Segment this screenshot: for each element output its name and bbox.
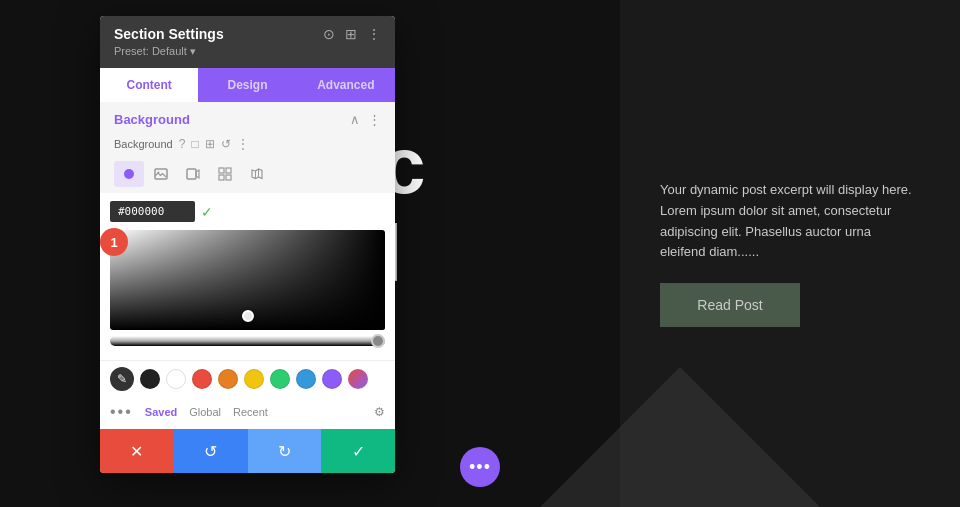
layout-icon[interactable]: ⊞ xyxy=(345,26,357,42)
bg-type-row xyxy=(100,157,395,193)
panel-body: Background ∧ ⋮ Background ? □ ⊞ ↺ ⋮ xyxy=(100,102,395,429)
swatch-blue[interactable] xyxy=(296,369,316,389)
swatch-black[interactable] xyxy=(140,369,160,389)
bg-type-pattern[interactable] xyxy=(210,161,240,187)
bg-section-controls: ∧ ⋮ xyxy=(350,112,381,127)
hex-input[interactable] xyxy=(110,201,195,222)
swatch-purple[interactable] xyxy=(322,369,342,389)
panel-tabs: Content Design Advanced xyxy=(100,68,395,102)
bg-type-image[interactable] xyxy=(146,161,176,187)
bg-type-color[interactable] xyxy=(114,161,144,187)
swatch-yellow[interactable] xyxy=(244,369,264,389)
tab-design[interactable]: Design xyxy=(198,68,296,102)
svg-rect-3 xyxy=(187,169,196,179)
swatch-white[interactable] xyxy=(166,369,186,389)
swatch-pencil-button[interactable]: ✎ xyxy=(110,367,134,391)
hex-row: ✓ xyxy=(110,201,385,222)
help-icon[interactable]: ? xyxy=(179,137,186,151)
cancel-button[interactable]: ✕ xyxy=(100,429,174,473)
hue-slider-container xyxy=(110,336,385,346)
swatch-green[interactable] xyxy=(270,369,290,389)
save-button[interactable]: ✓ xyxy=(321,429,395,473)
swatch-gradient[interactable] xyxy=(348,369,368,389)
number-badge-1: 1 xyxy=(100,228,128,256)
color-picker-area: ✓ xyxy=(100,193,395,360)
panel-header-icons: ⊙ ⊞ ⋮ xyxy=(323,26,381,42)
bg-section-title: Background xyxy=(114,112,190,127)
grid-icon[interactable]: ⊞ xyxy=(205,137,215,151)
excerpt-text: Your dynamic post excerpt will display h… xyxy=(660,180,920,263)
hue-slider-wrap xyxy=(110,336,385,346)
section-settings-panel: Section Settings ⊙ ⊞ ⋮ Preset: Default ▾… xyxy=(100,16,395,473)
svg-rect-7 xyxy=(226,175,231,180)
swatch-tabs-row: ••• Saved Global Recent ⚙ xyxy=(100,397,395,429)
swatch-red[interactable] xyxy=(192,369,212,389)
color-gradient-square[interactable] xyxy=(110,230,385,330)
panel-preset[interactable]: Preset: Default ▾ xyxy=(114,45,381,58)
swatches-row: ✎ xyxy=(100,360,395,397)
hue-slider-thumb[interactable] xyxy=(371,334,385,348)
tab-advanced[interactable]: Advanced xyxy=(297,68,395,102)
bg-type-video[interactable] xyxy=(178,161,208,187)
floating-dots-button[interactable]: ••• xyxy=(460,447,500,487)
tab-recent[interactable]: Recent xyxy=(233,406,268,418)
swatch-orange[interactable] xyxy=(218,369,238,389)
hex-confirm-icon[interactable]: ✓ xyxy=(201,204,213,220)
bg-section-header: Background ∧ ⋮ xyxy=(100,102,395,133)
collapse-icon[interactable]: ∧ xyxy=(350,112,360,127)
chevron-shape xyxy=(480,367,880,507)
redo-button[interactable]: ↻ xyxy=(248,429,322,473)
more-icon[interactable]: ⋮ xyxy=(367,26,381,42)
svg-rect-4 xyxy=(219,168,224,173)
undo-button[interactable]: ↺ xyxy=(174,429,248,473)
panel-title: Section Settings xyxy=(114,26,224,42)
swatch-settings-icon[interactable]: ⚙ xyxy=(374,405,385,419)
panel-footer: ✕ ↺ ↻ ✓ xyxy=(100,429,395,473)
copy-icon[interactable]: □ xyxy=(191,137,198,151)
swatch-more-button[interactable]: ••• xyxy=(110,403,133,421)
color-picker-handle[interactable] xyxy=(242,310,254,322)
tab-content[interactable]: Content xyxy=(100,68,198,102)
undo-small-icon[interactable]: ↺ xyxy=(221,137,231,151)
bg-label: Background xyxy=(114,138,173,150)
tab-saved[interactable]: Saved xyxy=(145,406,177,418)
hue-slider[interactable] xyxy=(110,336,385,346)
target-icon[interactable]: ⊙ xyxy=(323,26,335,42)
panel-header: Section Settings ⊙ ⊞ ⋮ Preset: Default ▾ xyxy=(100,16,395,68)
tab-global[interactable]: Global xyxy=(189,406,221,418)
bg-more-icon[interactable]: ⋮ xyxy=(368,112,381,127)
options-icon[interactable]: ⋮ xyxy=(237,137,249,151)
bg-label-row: Background ? □ ⊞ ↺ ⋮ xyxy=(100,133,395,157)
bg-type-map[interactable] xyxy=(242,161,272,187)
svg-rect-6 xyxy=(219,175,224,180)
svg-point-0 xyxy=(124,169,134,179)
svg-rect-5 xyxy=(226,168,231,173)
